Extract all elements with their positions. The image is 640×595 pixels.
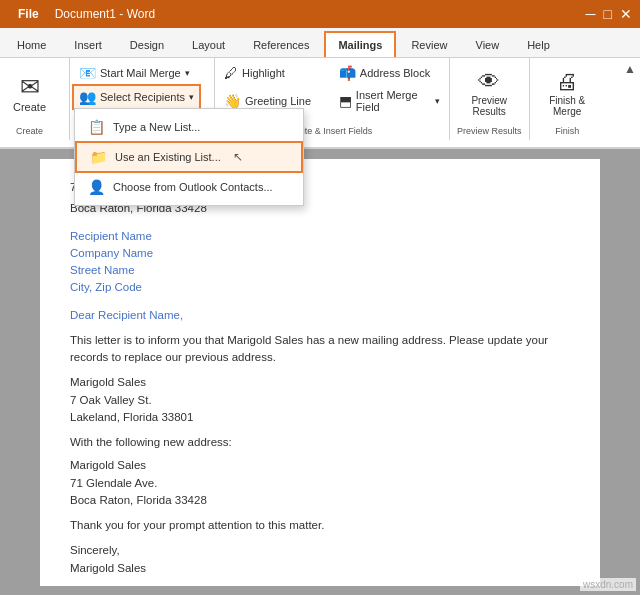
finish-icon: 🖨 <box>556 69 578 95</box>
tab-insert[interactable]: Insert <box>61 31 115 57</box>
preview-icon: 👁 <box>478 69 500 95</box>
minimize-icon[interactable]: ─ <box>586 6 596 22</box>
start-mail-merge-group: 📧 Start Mail Merge ▾ 👥 Select Recipients… <box>70 58 215 140</box>
highlight-button[interactable]: 🖊 Highlight <box>219 62 330 84</box>
maximize-icon[interactable]: □ <box>604 6 612 22</box>
start-mail-merge-button[interactable]: 📧 Start Mail Merge ▾ <box>74 62 210 84</box>
start-merge-label: Start Mail Merge <box>100 67 181 79</box>
use-existing-label: Use an Existing List... <box>115 151 221 163</box>
tab-home[interactable]: Home <box>4 31 59 57</box>
doc-new-sender: Marigold Sales <box>70 457 570 474</box>
select-recipients-container: 👥 Select Recipients ▾ 📋 Type a New List.… <box>74 86 210 108</box>
merge-city-zip: City, Zip Code <box>70 279 570 296</box>
document-area: 71 Glendale Ave. Boca Raton, Florida 334… <box>0 149 640 595</box>
doc-new-addr1: 71 Glendale Ave. <box>70 475 570 492</box>
type-new-list-item[interactable]: 📋 Type a New List... <box>75 113 303 141</box>
highlight-icon: 🖊 <box>224 65 238 81</box>
doc-closing2: Sincerely, <box>70 542 570 559</box>
doc-sender-addr2: Lakeland, Florida 33801 <box>70 409 570 426</box>
create-group: ✉ Create Create <box>0 58 70 140</box>
document-page[interactable]: 71 Glendale Ave. Boca Raton, Florida 334… <box>40 159 600 586</box>
choose-outlook-item[interactable]: 👤 Choose from Outlook Contacts... <box>75 173 303 201</box>
greeting-label: Greeting Line <box>245 95 311 107</box>
merge-field-label: Insert Merge Field <box>356 89 431 113</box>
ribbon: ✉ Create Create 📧 Start Mail Merge ▾ <box>0 58 640 149</box>
tab-help[interactable]: Help <box>514 31 563 57</box>
document-title: Document1 - Word <box>55 7 155 21</box>
preview-group-label: Preview Results <box>457 124 522 138</box>
finish-section-inner: 🖨 Finish &Merge Finish <box>530 58 605 140</box>
tab-layout[interactable]: Layout <box>179 31 238 57</box>
use-existing-icon: 📁 <box>89 149 107 165</box>
cursor-indicator: ↖ <box>233 150 243 164</box>
start-merge-chevron: ▾ <box>185 68 190 78</box>
tab-view[interactable]: View <box>463 31 513 57</box>
start-buttons: 📧 Start Mail Merge ▾ 👥 Select Recipients… <box>74 62 210 132</box>
address-block-icon: 📫 <box>339 65 356 81</box>
watermark: wsxdn.com <box>580 578 636 591</box>
highlight-label: Highlight <box>242 67 285 79</box>
title-bar: File Document1 - Word ─ □ ✕ <box>0 0 640 28</box>
ribbon-collapse[interactable]: ▲ <box>624 58 640 147</box>
type-new-list-icon: 📋 <box>87 119 105 135</box>
window-controls: ─ □ ✕ <box>586 6 632 22</box>
create-button[interactable]: ✉ Create <box>4 63 55 123</box>
select-recipients-button[interactable]: 👥 Select Recipients ▾ <box>74 86 199 108</box>
create-group-label: Create <box>4 124 55 138</box>
greeting-icon: 👋 <box>224 93 241 109</box>
preview-results-button[interactable]: 👁 PreviewResults <box>462 63 516 123</box>
merge-field-chevron: ▾ <box>435 96 440 106</box>
doc-new-addr2: Boca Raton, Florida 33428 <box>70 492 570 509</box>
doc-new-address-intro: With the following new address: <box>70 434 570 451</box>
finish-group: 🖨 Finish &Merge Finish <box>530 58 605 140</box>
merge-field-icon: ⬒ <box>339 93 352 109</box>
create-label: Create <box>13 101 46 113</box>
finish-group-label: Finish <box>555 124 579 138</box>
select-recipients-icon: 👥 <box>79 89 96 105</box>
doc-closing3: Marigold Sales <box>70 560 570 577</box>
merge-street-name: Street Name <box>70 262 570 279</box>
doc-sender-addr1: 7 Oak Valley St. <box>70 392 570 409</box>
tab-review[interactable]: Review <box>398 31 460 57</box>
preview-label: PreviewResults <box>471 95 507 117</box>
tab-design[interactable]: Design <box>117 31 177 57</box>
choose-outlook-icon: 👤 <box>87 179 105 195</box>
start-section-inner: 📧 Start Mail Merge ▾ 👥 Select Recipients… <box>70 58 214 140</box>
collapse-icon: ▲ <box>624 62 636 76</box>
tab-mailings[interactable]: Mailings <box>324 31 396 57</box>
choose-outlook-label: Choose from Outlook Contacts... <box>113 181 273 193</box>
doc-salutation: Dear Recipient Name, <box>70 307 570 324</box>
use-existing-list-item[interactable]: 📁 Use an Existing List... ↖ <box>75 141 303 173</box>
select-recipients-dropdown: 📋 Type a New List... 📁 Use an Existing L… <box>74 108 304 206</box>
preview-section-inner: 👁 PreviewResults Preview Results <box>450 58 529 140</box>
close-icon[interactable]: ✕ <box>620 6 632 22</box>
select-recipients-label: Select Recipients <box>100 91 185 103</box>
start-merge-icon: 📧 <box>79 65 96 81</box>
address-block-label: Address Block <box>360 67 430 79</box>
finish-label: Finish &Merge <box>549 95 585 117</box>
finish-merge-button[interactable]: 🖨 Finish &Merge <box>540 63 594 123</box>
address-block-button[interactable]: 📫 Address Block <box>334 62 445 84</box>
create-envelope-icon: ✉ <box>20 73 40 101</box>
create-section-inner: ✉ Create Create <box>0 58 59 140</box>
doc-closing1: Thank you for your prompt attention to t… <box>70 517 570 534</box>
file-button[interactable]: File <box>8 5 49 23</box>
insert-merge-field-button[interactable]: ⬒ Insert Merge Field ▾ <box>334 86 445 116</box>
ribbon-tab-bar: Home Insert Design Layout References Mai… <box>0 28 640 58</box>
preview-group: 👁 PreviewResults Preview Results <box>450 58 530 140</box>
select-recipients-chevron: ▾ <box>189 92 194 102</box>
merge-company-name: Company Name <box>70 245 570 262</box>
merge-fields-block: Recipient Name Company Name Street Name … <box>70 228 570 297</box>
type-new-list-label: Type a New List... <box>113 121 200 133</box>
doc-sender: Marigold Sales <box>70 374 570 391</box>
tab-references[interactable]: References <box>240 31 322 57</box>
merge-recipient-name: Recipient Name <box>70 228 570 245</box>
doc-body1: This letter is to inform you that Marigo… <box>70 332 570 367</box>
title-bar-left: File Document1 - Word <box>8 5 155 23</box>
